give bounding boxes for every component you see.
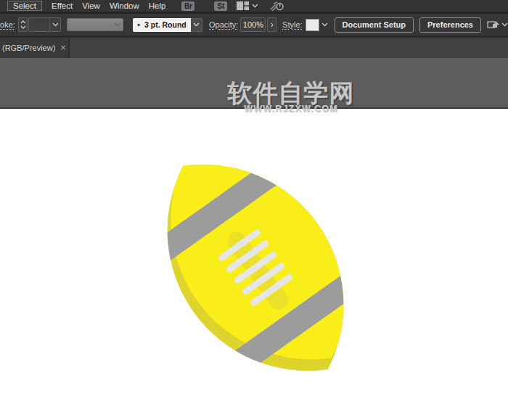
selection-options-icon[interactable]: [487, 20, 508, 30]
football-illustration[interactable]: [0, 109, 508, 420]
style-dropdown[interactable]: [306, 17, 330, 32]
opacity-label[interactable]: Opacity:: [209, 20, 238, 29]
menu-bar: Select Effect View Window Help Br St: [0, 0, 508, 12]
width-profile-dropdown[interactable]: [67, 18, 123, 31]
document-tab-bar: (RGB/Preview) ×: [0, 38, 508, 58]
brushes-panel-button[interactable]: Br: [181, 1, 194, 11]
workspace-switcher-icon[interactable]: [237, 1, 249, 10]
style-swatch: [306, 19, 319, 31]
chevron-down-icon: [112, 22, 123, 27]
stroke-weight-value: [29, 18, 49, 31]
document-tab-title: (RGB/Preview): [0, 44, 55, 52]
gpu-performance-icon[interactable]: [270, 1, 284, 11]
stroke-weight-stepper[interactable]: [18, 17, 28, 32]
stroke-label[interactable]: Stroke:: [0, 20, 15, 29]
watermark-url: WWW.RJZXW.COM: [244, 104, 337, 114]
brush-definition-dropdown[interactable]: • 3 pt. Round: [133, 18, 202, 32]
menu-effect[interactable]: Effect: [52, 1, 73, 10]
opacity-value-field[interactable]: 100%: [240, 17, 266, 32]
chevron-down-icon: [49, 18, 60, 31]
brush-dot-icon: •: [137, 20, 140, 29]
stroke-weight-dropdown[interactable]: [28, 17, 61, 32]
chevron-down-icon: [319, 17, 330, 32]
control-bar: Stroke: • 3 pt. Round Op: [0, 14, 508, 36]
chevron-up-icon: [20, 20, 26, 24]
menu-view[interactable]: View: [82, 1, 100, 10]
preferences-button[interactable]: Preferences: [419, 17, 481, 33]
illustrator-window: Select Effect View Window Help Br St: [0, 0, 508, 420]
chevron-down-icon: [191, 18, 202, 32]
style-label[interactable]: Style:: [282, 20, 303, 29]
menu-select[interactable]: Select: [7, 1, 42, 11]
document-tab[interactable]: (RGB/Preview) ×: [0, 38, 70, 58]
close-icon[interactable]: ×: [60, 44, 66, 52]
opacity-options-button[interactable]: ›: [267, 17, 276, 32]
graphic-styles-panel-button[interactable]: St: [214, 1, 227, 11]
chevron-down-icon: [20, 25, 26, 29]
chevron-down-icon: [501, 22, 508, 27]
menu-help[interactable]: Help: [149, 1, 166, 10]
menu-window[interactable]: Window: [110, 1, 139, 10]
chevron-down-icon[interactable]: [252, 4, 258, 8]
brush-preset-label: 3 pt. Round: [144, 20, 187, 29]
document-setup-button[interactable]: Document Setup: [335, 17, 414, 33]
